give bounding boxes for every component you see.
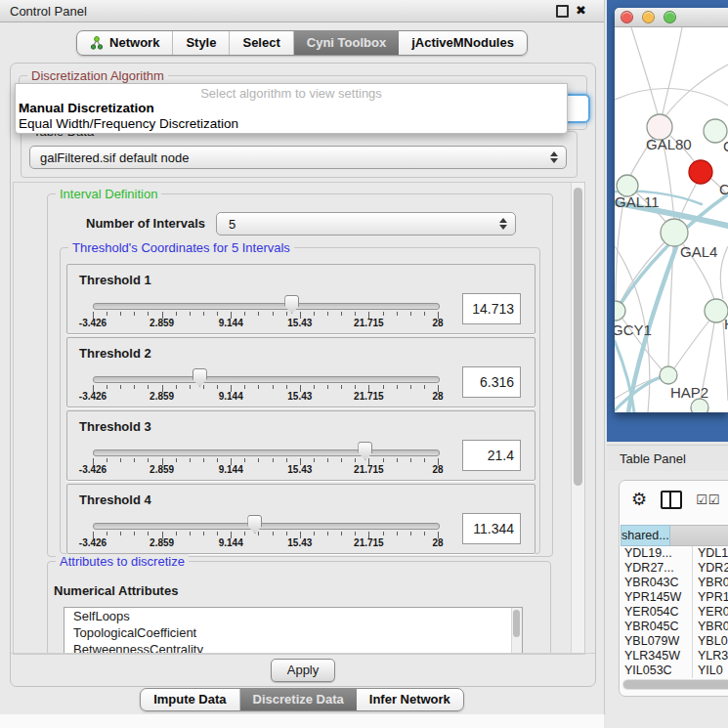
table-row[interactable]: YER054CYER0 (621, 605, 728, 620)
threshold-1-value-field[interactable]: 14.713 (462, 293, 521, 324)
dropdown-option-manual-discretization[interactable]: Manual Discretization (16, 101, 567, 116)
threshold-3-slider-track[interactable] (93, 450, 440, 456)
threshold-2-slider-track[interactable] (93, 376, 440, 383)
threshold-4-value-field[interactable]: 11.344 (462, 513, 521, 544)
close-icon[interactable]: ✖ (576, 5, 586, 17)
cell-name[interactable]: YBL0 (693, 634, 728, 649)
threshold-1-label: Threshold 1 (79, 273, 151, 287)
cell-shared-name[interactable]: YBR043C (621, 576, 693, 590)
network-node-red-node[interactable] (689, 160, 712, 184)
attributes-group: Attributes to discretize Numerical Attri… (47, 561, 551, 655)
network-edge[interactable] (616, 196, 624, 300)
select-columns-icons[interactable]: ☑☑ (696, 492, 720, 507)
table-row[interactable]: YDL19...YDL1 (621, 546, 728, 561)
cell-name[interactable]: YDR2 (693, 561, 728, 576)
slider-tick (314, 532, 315, 535)
network-icon (90, 36, 104, 50)
settings-scrollbar-thumb[interactable] (574, 188, 582, 486)
slider-tick (424, 532, 425, 535)
threshold-4-slider-handle[interactable] (247, 515, 262, 534)
slider-tick (120, 312, 121, 316)
slider-tick-label: 2.859 (150, 391, 174, 402)
table-row[interactable]: YBL079WYBL0 (621, 634, 728, 649)
cell-name[interactable]: YIL0 (693, 664, 728, 678)
number-of-intervals-combobox[interactable]: 5 (216, 212, 516, 236)
threshold-3-slider-handle[interactable] (358, 442, 372, 460)
tab-style[interactable]: Style (173, 31, 230, 55)
table-data-combobox[interactable]: galFiltered.sif default node (29, 146, 567, 169)
tab-cyni-toolbox[interactable]: Cyni Toolbox (294, 31, 399, 55)
network-edge[interactable] (615, 89, 728, 106)
slider-tick (244, 312, 245, 316)
cell-shared-name[interactable]: YDR27... (621, 561, 693, 576)
minimize-traffic-light-icon[interactable] (642, 11, 655, 23)
table-row[interactable]: YBR043CYBR0 (621, 576, 728, 590)
threshold-3-value-field[interactable]: 21.4 (462, 440, 521, 471)
threshold-4-slider-track[interactable] (93, 523, 440, 530)
gear-icon[interactable]: ⚙ (631, 491, 647, 508)
slider-tick-label: 9.144 (219, 537, 243, 548)
cell-name[interactable]: YLR3 (693, 649, 728, 664)
attribute-list-item[interactable]: SelfLoops (64, 608, 522, 624)
cell-shared-name[interactable]: YIL053C (621, 664, 693, 678)
threshold-1-panel: Threshold 1 -3.4262.8599.14415.4321.7152… (66, 264, 535, 334)
close-traffic-light-icon[interactable] (621, 11, 633, 23)
table-hscrollbar-thumb[interactable] (623, 680, 728, 689)
threshold-2-value-field[interactable]: 6.316 (462, 366, 521, 398)
zoom-traffic-light-icon[interactable] (664, 11, 676, 23)
cell-shared-name[interactable]: YLR345W (621, 649, 693, 664)
column-header-name[interactable]: na (670, 525, 728, 546)
column-layout-icon[interactable] (661, 491, 682, 509)
slider-tick (258, 458, 259, 462)
cell-shared-name[interactable]: YPR145W (621, 590, 693, 605)
settings-vertical-scrollbar[interactable] (571, 183, 584, 654)
tab-infer-network[interactable]: Infer Network (357, 689, 463, 710)
table-row[interactable]: YPR145WYPR1 (621, 590, 728, 605)
table-row[interactable]: YDR27...YDR2 (621, 561, 728, 576)
table-horizontal-scrollbar[interactable] (622, 679, 728, 690)
network-node-GCY1[interactable] (615, 301, 625, 321)
threshold-1-slider-track[interactable] (93, 303, 440, 310)
cell-name[interactable]: YBR0 (693, 620, 728, 634)
cell-name[interactable]: YBR0 (693, 576, 728, 590)
network-edge[interactable] (665, 64, 728, 116)
slider-tick (148, 385, 149, 389)
slider-tick (383, 385, 384, 389)
slider-tick (217, 312, 218, 316)
tab-discretize-data[interactable]: Discretize Data (240, 689, 357, 710)
network-canvas[interactable]: GAL80GACGAL11GAL4GCY1HHAP2 (615, 27, 728, 412)
slider-tick (134, 532, 135, 535)
tab-select[interactable]: Select (230, 31, 293, 55)
network-edge[interactable] (720, 246, 728, 299)
slider-tick-label: 21.715 (354, 464, 384, 475)
column-header-shared-name[interactable]: shared... (621, 525, 670, 546)
network-edge-highlighted[interactable] (615, 377, 661, 410)
cell-name[interactable]: YER0 (693, 605, 728, 620)
table-row[interactable]: YBR045CYBR0 (621, 620, 728, 634)
table-row[interactable]: YIL053CYIL0 (621, 664, 728, 678)
network-node-GAL4[interactable] (661, 219, 688, 246)
attributes-list-scrollbar[interactable] (511, 608, 522, 654)
network-node-HAP2[interactable] (660, 366, 677, 384)
tab-impute-data[interactable]: Impute Data (141, 689, 239, 710)
cell-shared-name[interactable]: YER054C (621, 605, 693, 620)
tab-jactivemnodules[interactable]: jActiveMNodules (399, 31, 527, 55)
dropdown-option-equal-width[interactable]: Equal Width/Frequency Discretization (16, 116, 567, 132)
cell-name[interactable]: YPR1 (693, 590, 728, 605)
apply-button[interactable]: Apply (271, 659, 335, 682)
float-window-icon[interactable] (556, 5, 569, 18)
network-edge[interactable] (674, 321, 709, 368)
attribute-list-item[interactable]: TopologicalCoefficient (64, 624, 522, 641)
cell-shared-name[interactable]: YBL079W (621, 634, 693, 649)
network-node-node-bottom[interactable] (691, 399, 708, 412)
cell-shared-name[interactable]: YBR045C (621, 620, 693, 634)
threshold-2-slider-handle[interactable] (193, 368, 207, 387)
cell-name[interactable]: YDL1 (693, 546, 728, 561)
tab-network[interactable]: Network (77, 31, 173, 55)
network-edge[interactable] (723, 322, 728, 401)
slider-tick (383, 312, 384, 316)
window-title: Control Panel (0, 4, 556, 19)
table-row[interactable]: YLR345WYLR3 (621, 649, 728, 664)
cell-shared-name[interactable]: YDL19... (621, 546, 693, 561)
network-edge[interactable] (631, 27, 658, 114)
